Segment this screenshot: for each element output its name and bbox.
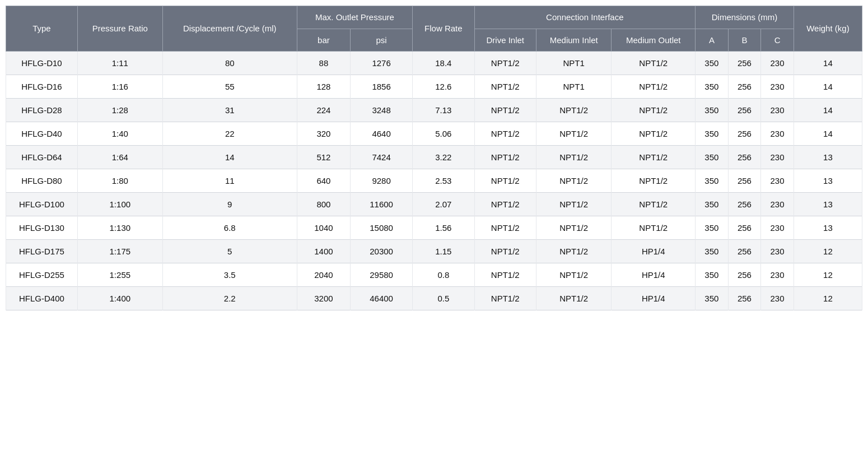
cell-bar: 88 — [297, 52, 350, 75]
cell-psi: 46400 — [351, 287, 413, 310]
cell-drive-inlet: NPT1/2 — [474, 263, 536, 287]
cell-pressure-ratio: 1:28 — [77, 99, 162, 122]
cell-bar: 320 — [297, 122, 350, 146]
cell-medium-outlet: NPT1/2 — [612, 169, 696, 193]
cell-dim-c: 230 — [761, 240, 794, 263]
cell-drive-inlet: NPT1/2 — [474, 75, 536, 99]
cell-psi: 1276 — [351, 52, 413, 75]
cell-bar: 128 — [297, 75, 350, 99]
cell-dim-b: 256 — [728, 122, 761, 146]
cell-psi: 15080 — [351, 216, 413, 240]
table-row: HFLG-D281:283122432487.13NPT1/2NPT1/2NPT… — [6, 99, 862, 122]
cell-dim-a: 350 — [696, 263, 729, 287]
cell-flow-rate: 5.06 — [413, 122, 474, 146]
cell-dim-b: 256 — [728, 193, 761, 216]
cell-weight: 13 — [794, 216, 862, 240]
cell-weight: 12 — [794, 287, 862, 310]
cell-displacement: 55 — [162, 75, 297, 99]
header-dimensions: Dimensions (mm) — [696, 6, 794, 29]
cell-bar: 3200 — [297, 287, 350, 310]
table-wrapper: Type Pressure Ratio Displacement /Cycle … — [6, 6, 862, 310]
cell-dim-c: 230 — [761, 193, 794, 216]
cell-medium-outlet: HP1/4 — [612, 240, 696, 263]
cell-psi: 11600 — [351, 193, 413, 216]
cell-dim-a: 350 — [696, 216, 729, 240]
cell-drive-inlet: NPT1/2 — [474, 122, 536, 146]
cell-medium-outlet: NPT1/2 — [612, 52, 696, 75]
cell-weight: 14 — [794, 99, 862, 122]
cell-flow-rate: 0.5 — [413, 287, 474, 310]
cell-weight: 12 — [794, 240, 862, 263]
cell-dim-c: 230 — [761, 263, 794, 287]
cell-pressure-ratio: 1:130 — [77, 216, 162, 240]
cell-type: HFLG-D28 — [6, 99, 78, 122]
cell-displacement: 31 — [162, 99, 297, 122]
cell-psi: 29580 — [351, 263, 413, 287]
cell-weight: 12 — [794, 263, 862, 287]
cell-psi: 20300 — [351, 240, 413, 263]
cell-flow-rate: 2.07 — [413, 193, 474, 216]
cell-medium-outlet: HP1/4 — [612, 263, 696, 287]
cell-dim-a: 350 — [696, 99, 729, 122]
cell-displacement: 5 — [162, 240, 297, 263]
header-dim-a: A — [696, 29, 729, 52]
cell-dim-a: 350 — [696, 287, 729, 310]
cell-medium-inlet: NPT1 — [536, 75, 612, 99]
cell-dim-c: 230 — [761, 52, 794, 75]
cell-flow-rate: 1.15 — [413, 240, 474, 263]
header-medium-inlet: Medium Inlet — [536, 29, 612, 52]
header-psi: psi — [351, 29, 413, 52]
cell-dim-a: 350 — [696, 52, 729, 75]
cell-weight: 13 — [794, 169, 862, 193]
cell-pressure-ratio: 1:255 — [77, 263, 162, 287]
cell-bar: 800 — [297, 193, 350, 216]
cell-dim-a: 350 — [696, 75, 729, 99]
cell-dim-a: 350 — [696, 193, 729, 216]
header-row-1: Type Pressure Ratio Displacement /Cycle … — [6, 6, 862, 29]
table-row: HFLG-D2551:2553.52040295800.8NPT1/2NPT1/… — [6, 263, 862, 287]
cell-psi: 9280 — [351, 169, 413, 193]
table-row: HFLG-D101:118088127618.4NPT1/2NPT1NPT1/2… — [6, 52, 862, 75]
cell-bar: 2040 — [297, 263, 350, 287]
cell-dim-c: 230 — [761, 287, 794, 310]
cell-dim-a: 350 — [696, 122, 729, 146]
cell-psi: 4640 — [351, 122, 413, 146]
cell-medium-inlet: NPT1/2 — [536, 99, 612, 122]
header-pressure-ratio: Pressure Ratio — [77, 6, 162, 52]
cell-pressure-ratio: 1:64 — [77, 146, 162, 169]
cell-type: HFLG-D400 — [6, 287, 78, 310]
table-row: HFLG-D161:1655128185612.6NPT1/2NPT1NPT1/… — [6, 75, 862, 99]
cell-type: HFLG-D130 — [6, 216, 78, 240]
header-flow-rate: Flow Rate — [413, 6, 474, 52]
cell-pressure-ratio: 1:16 — [77, 75, 162, 99]
header-medium-outlet: Medium Outlet — [612, 29, 696, 52]
cell-dim-a: 350 — [696, 169, 729, 193]
cell-medium-inlet: NPT1 — [536, 52, 612, 75]
cell-weight: 14 — [794, 122, 862, 146]
cell-medium-inlet: NPT1/2 — [536, 263, 612, 287]
cell-drive-inlet: NPT1/2 — [474, 169, 536, 193]
cell-drive-inlet: NPT1/2 — [474, 240, 536, 263]
cell-dim-a: 350 — [696, 240, 729, 263]
cell-drive-inlet: NPT1/2 — [474, 99, 536, 122]
table-body: HFLG-D101:118088127618.4NPT1/2NPT1NPT1/2… — [6, 52, 862, 310]
cell-dim-c: 230 — [761, 146, 794, 169]
table-row: HFLG-D1301:1306.81040150801.56NPT1/2NPT1… — [6, 216, 862, 240]
cell-medium-outlet: NPT1/2 — [612, 75, 696, 99]
table-row: HFLG-D801:801164092802.53NPT1/2NPT1/2NPT… — [6, 169, 862, 193]
header-dim-c: C — [761, 29, 794, 52]
cell-medium-outlet: NPT1/2 — [612, 146, 696, 169]
header-bar: bar — [297, 29, 350, 52]
table-row: HFLG-D1751:17551400203001.15NPT1/2NPT1/2… — [6, 240, 862, 263]
cell-dim-b: 256 — [728, 240, 761, 263]
cell-displacement: 6.8 — [162, 216, 297, 240]
cell-flow-rate: 2.53 — [413, 169, 474, 193]
cell-pressure-ratio: 1:80 — [77, 169, 162, 193]
cell-weight: 13 — [794, 193, 862, 216]
cell-type: HFLG-D80 — [6, 169, 78, 193]
cell-medium-outlet: NPT1/2 — [612, 193, 696, 216]
cell-dim-c: 230 — [761, 216, 794, 240]
cell-drive-inlet: NPT1/2 — [474, 287, 536, 310]
cell-medium-inlet: NPT1/2 — [536, 240, 612, 263]
cell-type: HFLG-D100 — [6, 193, 78, 216]
